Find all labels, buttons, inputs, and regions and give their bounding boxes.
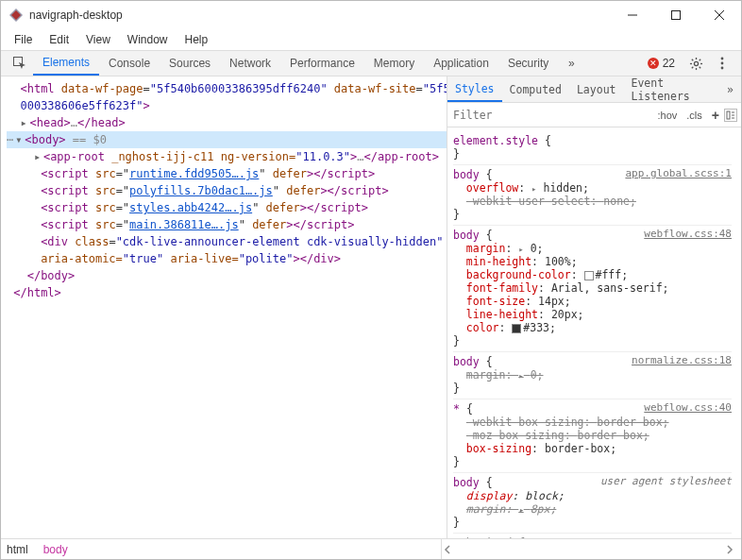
svg-rect-19 [727, 111, 730, 119]
dom-html-open[interactable]: <html data-wf-page="5f540b60003386395dff… [7, 80, 447, 97]
tab-security[interactable]: Security [498, 51, 558, 76]
error-count: 22 [663, 57, 675, 70]
cls-toggle[interactable]: .cls [682, 110, 707, 121]
dom-script-3[interactable]: <script src="main.386811e….js" defer></s… [7, 216, 447, 233]
devtools-tabbar: Elements Console Sources Network Perform… [1, 50, 741, 76]
styles-tab-eventlisteners[interactable]: Event Listeners [623, 76, 719, 102]
dom-html-open-cont[interactable]: 000338606e5ff623f"> [7, 97, 447, 114]
tab-memory[interactable]: Memory [364, 51, 424, 76]
new-rule-button[interactable]: + [707, 108, 724, 123]
styles-tab-layout[interactable]: Layout [569, 76, 624, 102]
app-menubar: File Edit View Window Help [1, 29, 741, 50]
styles-more-tabs-icon[interactable]: » [719, 76, 741, 102]
menu-window[interactable]: Window [120, 31, 176, 48]
window-titlebar: navigraph-desktop [1, 1, 741, 29]
tab-network[interactable]: Network [220, 51, 280, 76]
dom-script-0[interactable]: <script src="runtime.fdd9505….js" defer>… [7, 165, 447, 182]
svg-point-17 [721, 62, 724, 65]
tab-application[interactable]: Application [424, 51, 498, 76]
styles-filter-input[interactable] [447, 105, 653, 126]
rule-app-global[interactable]: app.global.scss:1 body { overflow: ▸ hid… [453, 165, 732, 226]
svg-line-15 [691, 66, 693, 68]
menu-file[interactable]: File [7, 31, 40, 48]
source-link[interactable]: app.global.scss:1 [625, 167, 732, 179]
rule-webflow-body[interactable]: webflow.css:48 body { margin: ▸ 0; min-h… [453, 226, 732, 352]
window-close-button[interactable] [698, 1, 741, 29]
dom-script-1[interactable]: <script src="polyfills.7b0dac1….js" defe… [7, 182, 447, 199]
styles-filterbar: :hov .cls + [447, 103, 741, 127]
error-dot-icon: ✕ [648, 58, 659, 69]
window-minimize-button[interactable] [611, 1, 654, 29]
window-maximize-button[interactable] [654, 1, 698, 29]
crumb-body[interactable]: body [43, 543, 68, 556]
rule-webflow-star[interactable]: webflow.css:40 * { -webkit-box-sizing: b… [453, 399, 732, 473]
tab-sources[interactable]: Sources [160, 51, 220, 76]
color-swatch-icon[interactable] [512, 324, 521, 333]
source-ua-label: user agent stylesheet [600, 475, 732, 487]
rule-inherited-header: Inherited from [453, 534, 732, 538]
color-swatch-icon[interactable] [584, 271, 594, 280]
dom-body-open[interactable]: ▾<body> == $0 [7, 131, 447, 148]
app-icon [8, 8, 24, 23]
styles-tabbar: Styles Computed Layout Event Listeners » [447, 76, 741, 103]
settings-gear-icon[interactable] [683, 51, 709, 76]
styles-tab-styles[interactable]: Styles [447, 76, 502, 102]
menu-help[interactable]: Help [177, 31, 216, 48]
crumb-html[interactable]: html [7, 543, 28, 556]
source-link[interactable]: webflow.css:40 [644, 401, 732, 414]
svg-line-14 [699, 59, 700, 60]
dom-app-root[interactable]: ▸<app-root _nghost-ijj-c11 ng-version="1… [7, 148, 447, 165]
tab-performance[interactable]: Performance [280, 51, 364, 76]
tab-elements[interactable]: Elements [33, 51, 99, 76]
rule-element-style[interactable]: element.style { } [453, 131, 732, 165]
dom-div-line1[interactable]: <div class="cdk-live-announcer-element c… [7, 233, 447, 250]
menu-edit[interactable]: Edit [42, 31, 76, 48]
source-link[interactable]: webflow.css:48 [644, 228, 732, 240]
error-indicator[interactable]: ✕ 22 [648, 51, 675, 76]
dom-div-line2[interactable]: aria-atomic="true" aria-live="polite"></… [7, 250, 447, 267]
svg-line-13 [699, 66, 700, 68]
svg-point-7 [694, 61, 698, 65]
svg-rect-3 [672, 11, 681, 20]
hov-toggle[interactable]: :hov [653, 110, 683, 121]
rule-ua-body[interactable]: user agent stylesheet body { display: bl… [453, 473, 732, 534]
source-link[interactable]: normalize.css:18 [632, 354, 732, 366]
scroll-right-icon[interactable] [724, 544, 735, 555]
rule-normalize-body[interactable]: normalize.css:18 body { margin: ▸ 0; } [453, 352, 732, 399]
dom-html-close[interactable]: </html> [7, 284, 447, 301]
dom-body-close[interactable]: </body> [7, 267, 447, 284]
more-tabs-icon[interactable]: » [558, 51, 584, 76]
kebab-menu-icon[interactable] [709, 51, 735, 76]
dom-script-2[interactable]: <script src="styles.abb4242….js" defer><… [7, 199, 447, 216]
menu-view[interactable]: View [78, 31, 118, 48]
window-title: navigraph-desktop [29, 8, 123, 22]
styles-rules-list[interactable]: element.style { } app.global.scss:1 body… [447, 127, 741, 538]
tab-console[interactable]: Console [99, 51, 160, 76]
styles-panel: Styles Computed Layout Event Listeners »… [447, 76, 741, 538]
inspect-element-icon[interactable] [7, 51, 33, 76]
dom-head[interactable]: ▸<head>…</head> [7, 114, 447, 131]
svg-point-16 [721, 58, 724, 60]
svg-line-12 [691, 59, 693, 60]
svg-point-18 [721, 67, 724, 70]
dom-tree-panel[interactable]: <html data-wf-page="5f540b60003386395dff… [1, 76, 447, 538]
dom-breadcrumbs: html body [1, 538, 741, 559]
scroll-left-icon[interactable] [442, 544, 453, 555]
toggle-computed-icon[interactable] [724, 109, 737, 122]
styles-tab-computed[interactable]: Computed [502, 76, 569, 102]
